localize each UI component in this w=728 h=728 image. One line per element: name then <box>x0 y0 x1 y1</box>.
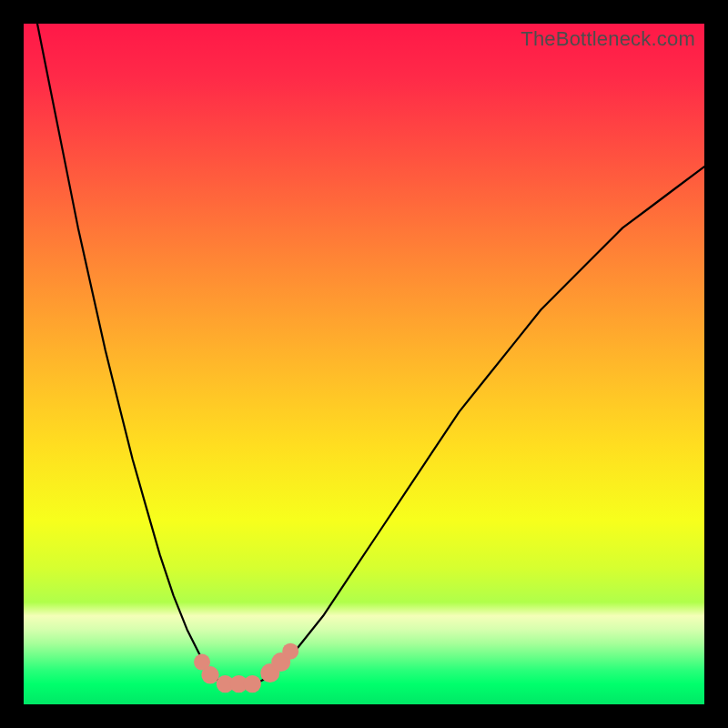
curve-markers <box>194 643 298 693</box>
flat-marker-3 <box>244 675 261 693</box>
left-marker-lower <box>201 666 218 683</box>
right-marker-3 <box>282 643 298 660</box>
chart-frame: TheBottleneck.com <box>24 24 704 704</box>
curve-left <box>37 24 228 684</box>
watermark-text: TheBottleneck.com <box>521 27 695 51</box>
curve-right <box>255 167 704 684</box>
chart-svg <box>24 24 704 704</box>
